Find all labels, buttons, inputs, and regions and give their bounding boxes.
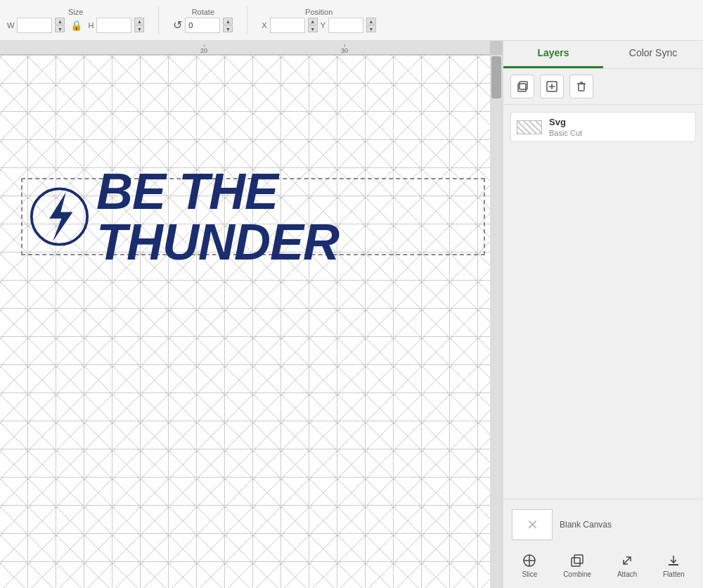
rotate-inputs: ↺ ▲ ▼: [173, 18, 233, 33]
attach-button[interactable]: Attach: [612, 550, 643, 581]
size-h-spin: ▲ ▼: [134, 18, 144, 32]
main-area: 20 30 BE THE THUNDER: [0, 41, 703, 588]
pos-x-up[interactable]: ▲: [308, 18, 318, 25]
scrollbar-vertical[interactable]: [490, 55, 503, 588]
position-x-input[interactable]: [270, 18, 305, 33]
rotate-spin: ▲ ▼: [223, 18, 233, 32]
pos-y-down[interactable]: ▼: [366, 25, 376, 32]
tab-color-sync[interactable]: Color Sync: [603, 41, 703, 68]
ruler-top: 20 30: [0, 41, 490, 55]
layer-thumbnail: [517, 120, 542, 134]
divider-2: [247, 6, 247, 34]
blank-canvas-x-icon: ✕: [527, 516, 538, 533]
ruler-mark-20: 20: [200, 47, 207, 54]
panel-toolbar: [503, 69, 703, 105]
svg-rect-13: [572, 558, 580, 566]
svg-marker-1: [49, 192, 72, 241]
layer-type: Basic Cut: [549, 129, 582, 137]
size-w-label: W: [7, 21, 14, 30]
pos-x-label: X: [262, 21, 266, 30]
rotate-icon[interactable]: ↺: [173, 18, 182, 32]
size-label: Size: [68, 8, 83, 16]
size-w-spin: ▲ ▼: [55, 18, 65, 32]
canvas-grid: BE THE THUNDER: [0, 55, 490, 588]
canvas-area[interactable]: 20 30 BE THE THUNDER: [0, 41, 503, 588]
size-w-up[interactable]: ▲: [55, 18, 65, 25]
divider-1: [158, 6, 159, 34]
scrollbar-thumb[interactable]: [491, 56, 501, 98]
layer-item[interactable]: Svg Basic Cut: [510, 112, 696, 142]
combine-icon: [569, 553, 585, 568]
right-panel: Layers Color Sync: [503, 41, 703, 588]
layer-info: Svg Basic Cut: [549, 117, 582, 137]
rotate-down[interactable]: ▼: [223, 25, 233, 32]
slice-button[interactable]: Slice: [516, 550, 543, 581]
pos-y-spin: ▲ ▼: [366, 18, 376, 32]
ruler-mark-30: 30: [341, 47, 348, 54]
slice-icon: [522, 553, 537, 568]
copy-icon: [516, 80, 529, 93]
position-y-input[interactable]: [328, 18, 363, 33]
pos-y-up[interactable]: ▲: [366, 18, 376, 25]
blank-canvas-preview: ✕: [512, 509, 553, 540]
svg-rect-14: [574, 555, 583, 563]
size-h-label: H: [88, 21, 93, 30]
blank-canvas-label: Blank Canvas: [560, 520, 612, 530]
layer-name: Svg: [549, 117, 582, 127]
size-h-input[interactable]: [96, 18, 131, 33]
combine-label: Combine: [563, 570, 591, 578]
pos-y-label: Y: [321, 21, 325, 30]
lock-icon: 🔒: [70, 20, 82, 31]
layers-list: Svg Basic Cut: [503, 105, 703, 499]
combine-button[interactable]: Combine: [557, 550, 597, 581]
rotate-input[interactable]: [185, 18, 220, 33]
flatten-button[interactable]: Flatten: [657, 550, 690, 581]
position-group: Position X ▲ ▼ Y ▲ ▼: [262, 8, 376, 33]
flatten-icon: [666, 553, 681, 568]
bottom-action-buttons: Slice Combine Attach: [503, 547, 703, 584]
size-w-down[interactable]: ▼: [55, 25, 65, 32]
rotate-group: Rotate ↺ ▲ ▼: [173, 8, 233, 33]
pos-x-down[interactable]: ▼: [308, 25, 318, 32]
size-inputs: W ▲ ▼ 🔒 H ▲ ▼: [7, 18, 144, 33]
tab-layers[interactable]: Layers: [503, 41, 603, 68]
size-h-up[interactable]: ▲: [134, 18, 144, 25]
panel-bottom: ✕ Blank Canvas Slice: [503, 499, 703, 588]
delete-layer-button[interactable]: [569, 75, 593, 98]
pos-x-spin: ▲ ▼: [308, 18, 318, 32]
main-toolbar: Size W ▲ ▼ 🔒 H ▲ ▼ Rotate ↺ ▲ ▼: [0, 0, 703, 41]
design-selection[interactable]: BE THE THUNDER: [21, 178, 485, 255]
panel-tabs: Layers Color Sync: [503, 41, 703, 69]
slice-label: Slice: [522, 570, 538, 578]
rotate-label: Rotate: [192, 8, 214, 16]
size-h-down[interactable]: ▼: [134, 25, 144, 32]
size-w-input[interactable]: [17, 18, 52, 33]
trash-icon: [575, 80, 588, 93]
blank-canvas-row: ✕ Blank Canvas: [503, 505, 703, 547]
position-inputs: X ▲ ▼ Y ▲ ▼: [262, 18, 376, 33]
design-content: BE THE THUNDER: [22, 179, 484, 254]
copy-layer-button[interactable]: [510, 75, 534, 98]
position-label: Position: [305, 8, 333, 16]
lightning-logo-svg: [30, 185, 89, 248]
size-group: Size W ▲ ▼ 🔒 H ▲ ▼: [7, 8, 144, 33]
attach-label: Attach: [617, 570, 637, 578]
add-layer-button[interactable]: [540, 75, 564, 98]
thunder-text: BE THE THUNDER: [96, 166, 484, 267]
flatten-label: Flatten: [663, 570, 685, 578]
add-icon: [546, 80, 558, 93]
rotate-up[interactable]: ▲: [223, 18, 233, 25]
svg-rect-7: [579, 84, 584, 91]
attach-icon: [619, 553, 635, 568]
